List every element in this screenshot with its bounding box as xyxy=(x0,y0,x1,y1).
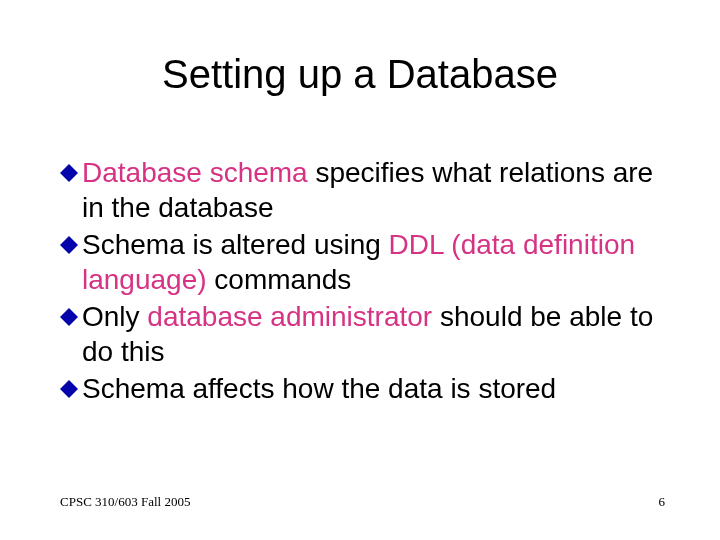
bullet-text: Database schema specifies what relations… xyxy=(82,155,665,225)
footer-course: CPSC 310/603 Fall 2005 xyxy=(60,494,190,510)
svg-marker-2 xyxy=(60,308,78,326)
bullet-item: Only database administrator should be ab… xyxy=(60,299,665,369)
footer-page-number: 6 xyxy=(659,494,666,510)
bullet-text: Schema is altered using DDL (data defini… xyxy=(82,227,665,297)
diamond-bullet-icon xyxy=(60,380,78,398)
svg-marker-3 xyxy=(60,380,78,398)
diamond-bullet-icon xyxy=(60,236,78,254)
bullet-item: Schema is altered using DDL (data defini… xyxy=(60,227,665,297)
svg-marker-1 xyxy=(60,236,78,254)
bullet-text: Only database administrator should be ab… xyxy=(82,299,665,369)
bullet-item: Database schema specifies what relations… xyxy=(60,155,665,225)
bullet-text: Schema affects how the data is stored xyxy=(82,371,556,406)
bullet-item: Schema affects how the data is stored xyxy=(60,371,665,406)
diamond-bullet-icon xyxy=(60,308,78,326)
slide: Setting up a Database Database schema sp… xyxy=(0,0,720,540)
svg-marker-0 xyxy=(60,164,78,182)
diamond-bullet-icon xyxy=(60,164,78,182)
slide-title: Setting up a Database xyxy=(0,52,720,97)
slide-body: Database schema specifies what relations… xyxy=(60,155,665,408)
